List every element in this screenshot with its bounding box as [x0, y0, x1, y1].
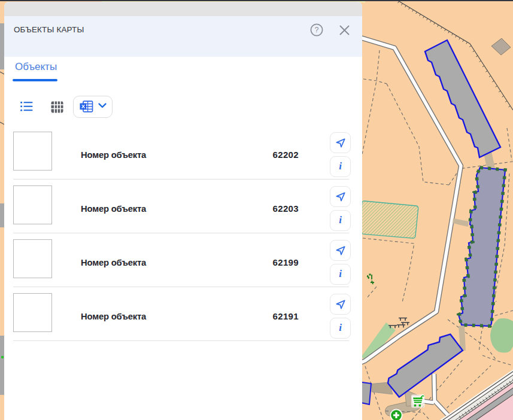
svg-text:?: ? [315, 26, 319, 34]
svg-text:X: X [81, 103, 86, 109]
